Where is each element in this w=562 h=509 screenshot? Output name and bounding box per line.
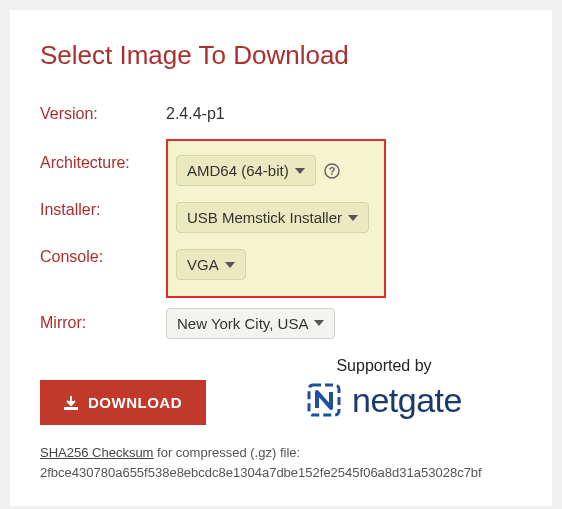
installer-label: Installer: xyxy=(40,186,166,233)
netgate-link[interactable]: netgate xyxy=(306,381,462,420)
mirror-select-value: New York City, USA xyxy=(177,315,308,332)
mirror-row: Mirror: New York City, USA xyxy=(40,302,522,344)
console-select[interactable]: VGA xyxy=(176,249,246,280)
console-select-value: VGA xyxy=(187,256,219,273)
installer-row: USB Memstick Installer xyxy=(176,194,376,241)
netgate-brand-text: netgate xyxy=(352,381,462,420)
installer-select-value: USB Memstick Installer xyxy=(187,209,342,226)
checksum-hash: 2fbce430780a655f538e8ebcdc8e1304a7dbe152… xyxy=(40,465,482,480)
mirror-select[interactable]: New York City, USA xyxy=(166,308,335,339)
download-card: Select Image To Download Version: 2.4.4-… xyxy=(10,10,552,506)
architecture-select[interactable]: AMD64 (64-bit) xyxy=(176,155,316,186)
bottom-row: DOWNLOAD Supported by netgate xyxy=(40,354,522,425)
version-value: 2.4.4-p1 xyxy=(166,105,225,123)
svg-text:?: ? xyxy=(328,165,335,177)
installer-select[interactable]: USB Memstick Installer xyxy=(176,202,369,233)
download-wrap: DOWNLOAD xyxy=(40,354,206,425)
highlight-box: AMD64 (64-bit) ? USB Memstick Installer … xyxy=(166,139,386,298)
highlighted-group: Architecture: Installer: Console: AMD64 … xyxy=(40,139,522,298)
mirror-label: Mirror: xyxy=(40,314,166,332)
page-title: Select Image To Download xyxy=(40,40,522,71)
chevron-down-icon xyxy=(314,320,324,326)
console-label: Console: xyxy=(40,233,166,280)
label-column: Architecture: Installer: Console: xyxy=(40,139,166,280)
sha256-checksum-link[interactable]: SHA256 Checksum xyxy=(40,445,153,460)
supported-by-block: Supported by netgate xyxy=(246,357,522,423)
version-row: Version: 2.4.4-p1 xyxy=(40,93,522,135)
supported-by-label: Supported by xyxy=(246,357,522,375)
download-icon xyxy=(64,396,78,410)
chevron-down-icon xyxy=(225,262,235,268)
netgate-logo-icon xyxy=(306,382,342,418)
architecture-label: Architecture: xyxy=(40,139,166,186)
architecture-select-value: AMD64 (64-bit) xyxy=(187,162,289,179)
download-button-label: DOWNLOAD xyxy=(88,394,182,411)
help-icon[interactable]: ? xyxy=(324,163,340,179)
chevron-down-icon xyxy=(295,168,305,174)
architecture-row: AMD64 (64-bit) ? xyxy=(176,147,376,194)
download-button[interactable]: DOWNLOAD xyxy=(40,380,206,425)
console-row: VGA xyxy=(176,241,376,288)
checksum-block: SHA256 Checksum for compressed (.gz) fil… xyxy=(40,443,522,482)
version-label: Version: xyxy=(40,105,166,123)
checksum-suffix: for compressed (.gz) file: xyxy=(153,445,300,460)
chevron-down-icon xyxy=(348,215,358,221)
